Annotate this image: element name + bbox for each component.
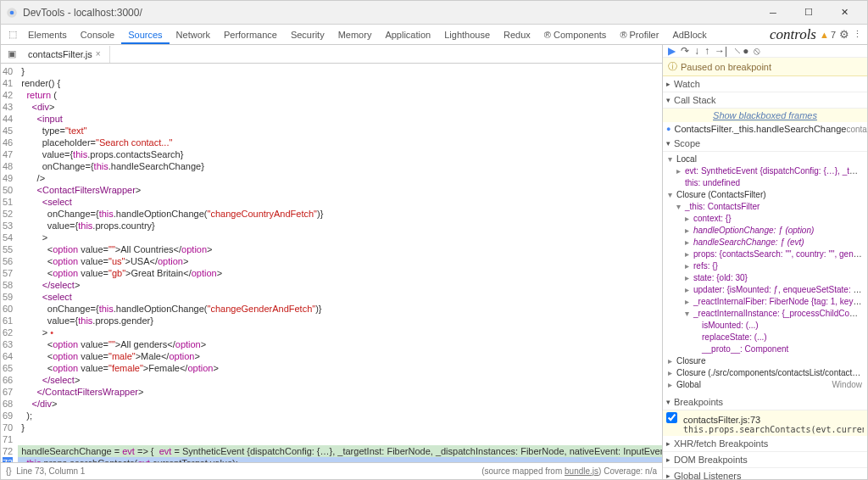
tab-profiler[interactable]: ® Profiler (613, 25, 665, 44)
tab-sources[interactable]: Sources (121, 25, 169, 44)
breakpoint-location: contactsFilter.js:73 (683, 415, 760, 425)
window-title: DevTools - localhost:3000/ (23, 7, 755, 19)
warning-icon: ▲ (820, 30, 829, 40)
step-out-icon[interactable]: ↑ (704, 45, 709, 57)
minimize-button[interactable]: ─ (755, 2, 791, 24)
scope-tree[interactable]: ▾Local ▸evt: SyntheticEvent {dispatchCon… (663, 152, 867, 394)
tab-security[interactable]: Security (284, 25, 331, 44)
resume-icon[interactable]: ▶ (668, 45, 676, 57)
paused-banner: ⓘ Paused on breakpoint (663, 58, 867, 76)
more-icon[interactable]: ⋮ (853, 29, 862, 40)
maximize-button[interactable]: ☐ (791, 2, 826, 24)
tab-lighthouse[interactable]: Lighthouse (437, 25, 497, 44)
breakpoint-code: this.props.searchContacts(evt.currentTar… (666, 425, 864, 434)
line-gutter[interactable]: 4041424344454647484950515253545556575859… (1, 64, 18, 462)
pane-scope[interactable]: ▾Scope (663, 136, 867, 152)
info-icon: ⓘ (668, 60, 677, 73)
settings-icon[interactable]: ⚙ (839, 28, 849, 41)
active-frame-icon: ● (666, 125, 670, 133)
devtools-tabs: ⬚ Elements Console Sources Network Perfo… (1, 25, 867, 45)
debugger-sidebar: ▶ ↷ ↓ ↑ →| ⟍● ⦸ ⓘ Paused on breakpoint ▸… (662, 45, 867, 479)
breakpoint-item[interactable]: contactsFilter.js:73 this.props.searchCo… (663, 410, 867, 436)
pane-breakpoints[interactable]: ▾Breakpoints (663, 394, 867, 410)
tab-redux[interactable]: Redux (497, 25, 537, 44)
tab-application[interactable]: Application (378, 25, 437, 44)
inspect-icon[interactable]: ⬚ (4, 29, 21, 40)
tab-memory[interactable]: Memory (331, 25, 379, 44)
svg-point-1 (10, 10, 14, 14)
navigator-icon[interactable]: ▣ (4, 48, 19, 59)
chrome-icon (6, 7, 18, 19)
blackbox-link[interactable]: Show blackboxed frames (663, 109, 867, 122)
source-map-info: (source mapped from bundle.js) Coverage:… (481, 466, 657, 476)
frame-location: contactsFilter.js:73 (846, 125, 867, 134)
file-tab-contactsfilter[interactable]: contactsFilter.js × (19, 46, 110, 63)
status-bar: {} Line 73, Column 1 (source mapped from… (1, 462, 662, 479)
step-icon[interactable]: →| (715, 45, 727, 57)
pane-dom[interactable]: ▸DOM Breakpoints (663, 452, 867, 468)
breakpoint-checkbox[interactable] (666, 412, 677, 423)
brackets-icon[interactable]: {} (6, 466, 12, 476)
close-tab-icon[interactable]: × (96, 49, 101, 59)
pane-watch[interactable]: ▸Watch (663, 76, 867, 92)
file-tabs: ▣ contactsFilter.js × (1, 45, 662, 64)
pane-xhr[interactable]: ▸XHR/fetch Breakpoints (663, 436, 867, 452)
debugger-toolbar: ▶ ↷ ↓ ↑ →| ⟍● ⦸ (663, 45, 867, 58)
warnings-badge[interactable]: ▲7 (820, 30, 836, 40)
window-titlebar: DevTools - localhost:3000/ ─ ☐ ✕ (1, 1, 867, 25)
pane-callstack[interactable]: ▾Call Stack (663, 92, 867, 109)
bundle-link[interactable]: bundle.js (565, 466, 598, 476)
frame-function: ContactsFilter._this.handleSearchChange (674, 124, 846, 134)
step-over-icon[interactable]: ↷ (681, 45, 689, 57)
pane-listeners[interactable]: ▸Global Listeners (663, 468, 867, 479)
deactivate-bp-icon[interactable]: ⟍● (732, 45, 748, 57)
step-into-icon[interactable]: ↓ (694, 45, 699, 57)
code-content[interactable]: }render() { return ( <div> <input type="… (18, 64, 662, 462)
close-window-button[interactable]: ✕ (826, 2, 862, 24)
tab-adblock[interactable]: AdBlock (665, 25, 713, 44)
file-tab-label: contactsFilter.js (28, 49, 92, 59)
tab-components[interactable]: ® Components (537, 25, 614, 44)
tab-performance[interactable]: Performance (217, 25, 284, 44)
call-frame[interactable]: ● ContactsFilter._this.handleSearchChang… (663, 122, 867, 136)
pause-exceptions-icon[interactable]: ⦸ (754, 45, 760, 57)
tab-elements[interactable]: Elements (21, 25, 74, 44)
code-editor[interactable]: 4041424344454647484950515253545556575859… (1, 64, 662, 462)
tab-console[interactable]: Console (74, 25, 121, 44)
cursor-position: Line 73, Column 1 (16, 466, 85, 476)
controls-label: controls (770, 26, 816, 43)
tab-network[interactable]: Network (170, 25, 217, 44)
